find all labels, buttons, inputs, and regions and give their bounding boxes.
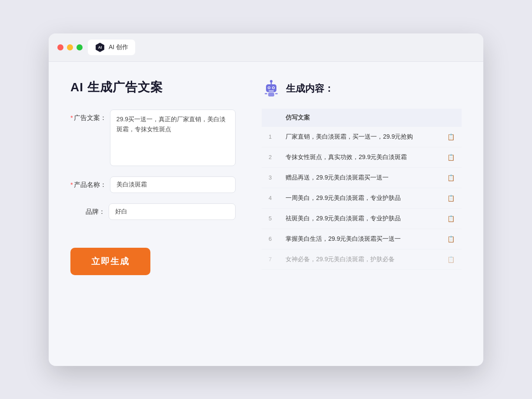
row-number: 4 [262,188,279,208]
brand-field-group: 品牌： [70,203,236,220]
robot-icon [262,79,281,98]
svg-point-3 [270,80,273,83]
product-name-field-group: *产品名称： [70,176,236,193]
row-number: 1 [262,127,279,147]
right-header: 生成内容： [262,79,462,98]
left-panel: AI 生成广告文案 *广告文案： *产品名称： 品牌： 立即生成 [70,79,236,349]
ad-copy-field-group: *广告文案： [70,110,236,166]
traffic-lights [57,44,83,50]
row-number: 7 [262,249,279,269]
table-row: 6掌握美白生活，29.9元美白淡斑霜买一送一📋 [262,229,462,249]
svg-point-7 [269,87,270,88]
table-row: 4一周美白，29.9元美白淡斑霜，专业护肤品📋 [262,188,462,208]
table-row: 3赠品再送，29.9元美白淡斑霜买一送一📋 [262,167,462,188]
svg-text:AI: AI [98,45,102,50]
tab-ai-create[interactable]: AI AI 创作 [88,40,135,55]
row-text: 赠品再送，29.9元美白淡斑霜买一送一 [279,167,438,188]
titlebar: AI AI 创作 [49,33,483,62]
svg-rect-10 [268,93,274,96]
right-panel: 生成内容： 仿写文案 1厂家直销，美白淡斑霜，买一送一，29.9元抢购📋2专抹女… [262,79,462,349]
copy-button[interactable]: 📋 [438,167,462,188]
product-name-label: *产品名称： [70,176,106,189]
svg-rect-12 [275,93,278,94]
table-header-row: 仿写文案 [262,109,462,127]
content-area: AI 生成广告文案 *广告文案： *产品名称： 品牌： 立即生成 [49,62,483,366]
svg-rect-11 [265,93,267,94]
copy-button[interactable]: 📋 [438,229,462,249]
copy-button[interactable]: 📋 [438,188,462,208]
minimize-button[interactable] [67,44,73,50]
svg-rect-9 [269,90,274,92]
copy-button[interactable]: 📋 [438,147,462,167]
table-row: 1厂家直销，美白淡斑霜，买一送一，29.9元抢购📋 [262,127,462,147]
brand-input[interactable] [109,203,236,220]
page-title: AI 生成广告文案 [70,79,236,96]
row-number: 2 [262,147,279,167]
row-text: 一周美白，29.9元美白淡斑霜，专业护肤品 [279,188,438,208]
product-name-input[interactable] [110,176,236,193]
row-text: 女神必备，29.9元美白淡斑霜，护肤必备 [279,249,438,269]
close-button[interactable] [57,44,63,50]
row-number: 5 [262,208,279,229]
browser-window: AI AI 创作 AI 生成广告文案 *广告文案： *产品名称： [49,33,483,366]
row-text: 祛斑美白，29.9元美白淡斑霜，专业护肤品 [279,208,438,229]
results-table: 仿写文案 1厂家直销，美白淡斑霜，买一送一，29.9元抢购📋2专抹女性斑点，真实… [262,109,462,270]
brand-label: 品牌： [70,203,105,216]
row-text: 掌握美白生活，29.9元美白淡斑霜买一送一 [279,229,438,249]
row-text: 专抹女性斑点，真实功效，29.9元美白淡斑霜 [279,147,438,167]
table-col-action [438,109,462,127]
ad-copy-required: * [70,114,73,121]
table-row: 7女神必备，29.9元美白淡斑霜，护肤必备📋 [262,249,462,269]
table-row: 5祛斑美白，29.9元美白淡斑霜，专业护肤品📋 [262,208,462,229]
right-title: 生成内容： [286,82,334,95]
ad-copy-label: *广告文案： [70,110,106,122]
row-number: 3 [262,167,279,188]
copy-button[interactable]: 📋 [438,127,462,147]
copy-button[interactable]: 📋 [438,249,462,269]
ad-copy-input[interactable] [110,110,236,166]
table-col-text: 仿写文案 [279,109,438,127]
product-name-required: * [70,181,73,188]
generate-button[interactable]: 立即生成 [70,248,150,275]
table-col-num [262,109,279,127]
maximize-button[interactable] [76,44,83,50]
tab-label: AI 创作 [109,43,128,51]
copy-button[interactable]: 📋 [438,208,462,229]
table-row: 2专抹女性斑点，真实功效，29.9元美白淡斑霜📋 [262,147,462,167]
row-number: 6 [262,229,279,249]
row-text: 厂家直销，美白淡斑霜，买一送一，29.9元抢购 [279,127,438,147]
svg-point-8 [273,87,274,88]
ai-tab-icon: AI [95,42,105,53]
